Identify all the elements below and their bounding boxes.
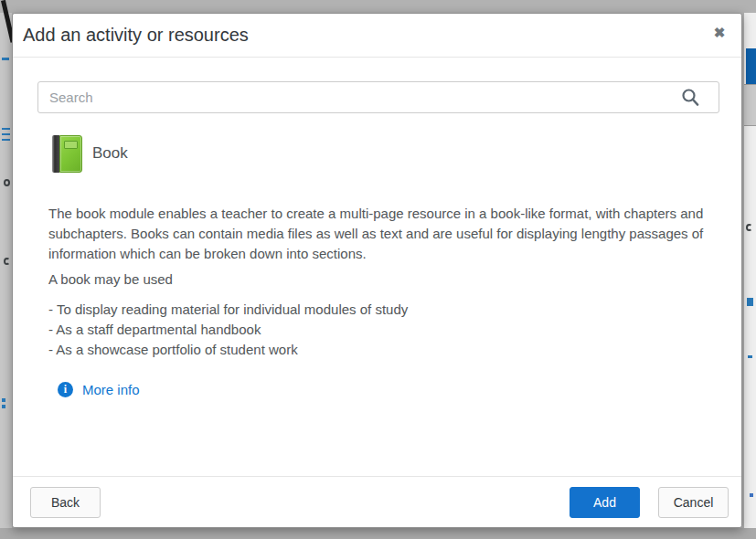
occluded-link-fragment: [2, 133, 10, 135]
occluded-link-fragment: [747, 298, 753, 306]
usage-intro: A book may be used: [48, 270, 173, 290]
more-info-label: More info: [82, 382, 140, 397]
occluded-link-fragment: [2, 398, 5, 402]
usage-list-item: - To display reading material for indivi…: [48, 300, 408, 320]
occluded-link-fragment: [748, 355, 752, 358]
occluded-text-fragment: [4, 258, 10, 265]
activity-description: The book module enables a teacher to cre…: [48, 204, 707, 264]
occluded-panel-fragment: [744, 84, 756, 126]
usage-list-item: - As a showcase portfolio of student wor…: [48, 340, 408, 360]
usage-list: - To display reading material for indivi…: [48, 300, 408, 360]
backdrop-left-strip: [0, 13, 12, 528]
book-icon: [52, 135, 82, 173]
book-icon-label: [64, 141, 78, 149]
modal-header: Add an activity or resources ✖: [13, 14, 741, 58]
occluded-blue-button-fragment: [746, 48, 756, 84]
description-line: information which can be broken down int…: [48, 244, 707, 264]
occluded-text-fragment: [4, 179, 10, 186]
screen: Add an activity or resources ✖ Book The …: [0, 0, 756, 539]
modal-title: Add an activity or resources: [23, 25, 249, 46]
add-button[interactable]: Add: [570, 487, 640, 518]
occluded-link-fragment: [2, 128, 10, 130]
backdrop-top-strip: [0, 0, 756, 13]
occluded-text-fragment: [746, 224, 752, 231]
info-circle-icon: i: [58, 382, 73, 397]
activity-name: Book: [92, 144, 128, 163]
search-input[interactable]: [37, 81, 719, 113]
close-icon[interactable]: ✖: [709, 23, 729, 43]
occluded-link-fragment: [2, 58, 9, 60]
usage-list-item: - As a staff departmental handbook: [48, 320, 408, 340]
book-icon-spine: [52, 135, 59, 173]
occluded-link-fragment: [750, 493, 753, 497]
description-line: The book module enables a teacher to cre…: [48, 204, 707, 224]
back-button[interactable]: Back: [30, 487, 101, 518]
activity-chooser-modal: Add an activity or resources ✖ Book The …: [12, 13, 742, 528]
cancel-button[interactable]: Cancel: [658, 487, 729, 518]
backdrop-bottom-strip: [0, 528, 756, 539]
search-box: [37, 81, 719, 113]
more-info-link[interactable]: i More info: [58, 382, 140, 397]
search-icon: [681, 88, 699, 106]
description-line: subchapters. Books can contain media fil…: [48, 224, 707, 244]
occluded-link-fragment: [2, 139, 10, 141]
modal-footer: Back Add Cancel: [13, 476, 741, 528]
